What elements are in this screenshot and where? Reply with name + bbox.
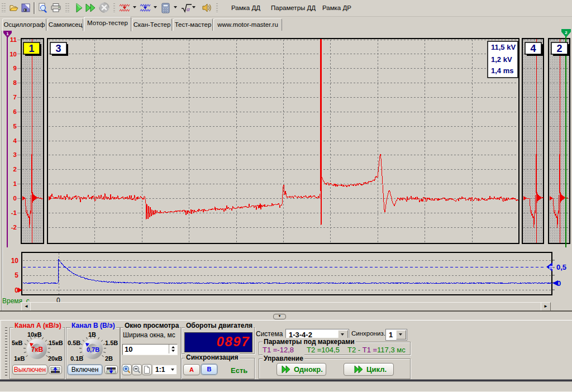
svg-text:2: 2 [565,30,568,35]
svg-text:5: 5 [13,123,17,130]
svg-text:3: 3 [13,151,17,158]
svg-text:6: 6 [13,108,17,115]
svg-text:5: 5 [15,271,18,279]
svg-text:8: 8 [13,79,17,86]
svg-text:1,2 kV: 1,2 kV [491,55,512,64]
svg-text:11,5 kV: 11,5 kV [491,43,516,51]
svg-text:4: 4 [530,43,536,54]
svg-text:0,7В: 0,7В [87,346,99,353]
svg-text:7: 7 [13,94,17,101]
svg-text:B: B [549,265,553,270]
svg-text:1,4 ms: 1,4 ms [491,66,513,75]
svg-text:0,5: 0,5 [556,263,566,271]
svg-text:9: 9 [13,65,17,71]
svg-text:1: 1 [28,43,34,54]
svg-text:7кВ: 7кВ [31,346,44,353]
svg-text:2: 2 [13,166,17,173]
svg-text:2: 2 [556,43,562,54]
svg-text:4: 4 [13,137,17,144]
svg-text:3: 3 [55,43,61,54]
svg-text:10: 10 [9,51,17,58]
svg-text:0: 0 [557,279,561,288]
svg-text:0: 0 [13,195,17,202]
svg-text:10: 10 [11,257,19,265]
svg-text:1: 1 [6,31,9,36]
svg-text:-1: -1 [11,209,17,216]
svg-text:1: 1 [13,180,17,187]
svg-text:-2: -2 [11,224,17,231]
svg-text:11: 11 [10,36,17,43]
